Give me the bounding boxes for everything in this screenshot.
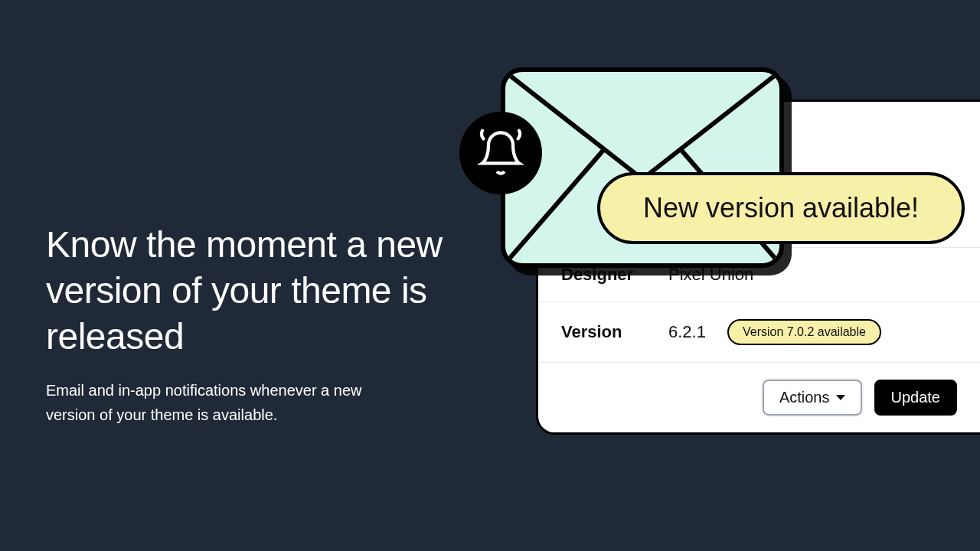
version-value: 6.2.1: [668, 322, 706, 342]
headline: Know the moment a new version of your th…: [46, 222, 459, 360]
version-row: Version 6.2.1 Version 7.0.2 available: [538, 302, 980, 362]
new-version-toast: New version available!: [597, 172, 965, 244]
actions-button-label: Actions: [779, 389, 830, 406]
bell-icon-container: [459, 112, 542, 194]
svg-line-1: [642, 72, 779, 179]
actions-button[interactable]: Actions: [763, 380, 862, 416]
version-label: Version: [561, 322, 668, 342]
chevron-down-icon: [836, 395, 845, 400]
bell-icon: [476, 129, 525, 178]
version-available-badge: Version 7.0.2 available: [727, 319, 881, 345]
update-button[interactable]: Update: [874, 380, 958, 416]
subtext: Email and in-app notifications whenever …: [46, 378, 368, 427]
card-actions: Actions Update: [538, 362, 980, 432]
